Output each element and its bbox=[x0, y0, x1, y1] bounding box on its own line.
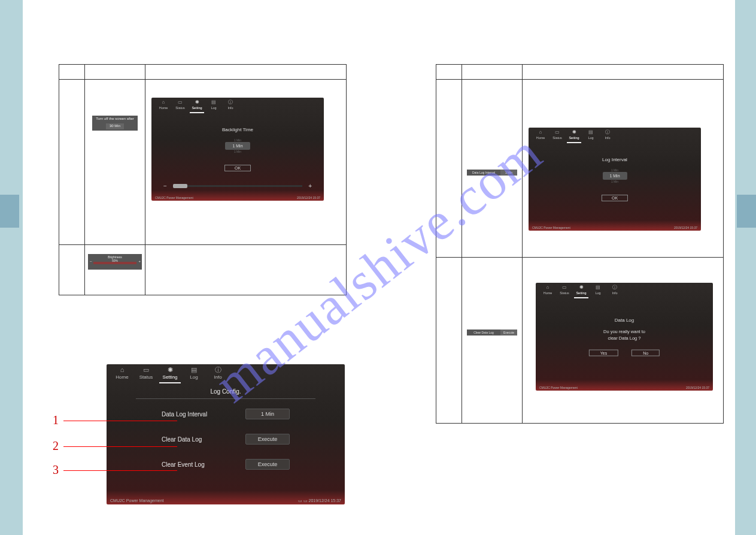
gear-icon: ✺ bbox=[567, 130, 581, 135]
no-button[interactable]: No bbox=[631, 350, 660, 356]
row-clear-event-log: Clear Event Log Execute bbox=[107, 459, 345, 470]
picker-value[interactable]: 1 Min bbox=[602, 172, 627, 180]
callout-1: 1 bbox=[53, 413, 59, 427]
page-left: Turn off the screen after 30 Min ⌂Home ▭… bbox=[23, 0, 379, 535]
nav-info[interactable]: ⓘInfo bbox=[207, 367, 229, 383]
footer-datetime: 2019/12/24 15:37 bbox=[674, 226, 697, 229]
nav-status[interactable]: ▭Status bbox=[173, 100, 187, 113]
footer-product: CMU2C Power Management bbox=[110, 498, 163, 503]
thumb-log-interval-label: Data Log Interval bbox=[467, 170, 500, 176]
row-clear-data-log: Clear Data Log Execute bbox=[107, 434, 345, 445]
log-config-title: Log Config. bbox=[136, 388, 315, 399]
nav-home[interactable]: ⌂Home bbox=[156, 100, 171, 113]
thumb-backlight-label: Turn off the screen after bbox=[94, 117, 136, 122]
dialog-title: Log Interval bbox=[602, 157, 628, 162]
gear-icon: ✺ bbox=[159, 367, 181, 373]
ghost-value-down: 1 Min bbox=[602, 180, 628, 183]
minus-icon[interactable]: − bbox=[163, 183, 167, 189]
dialog-msg-line1: Do you really want to bbox=[603, 329, 645, 334]
footer-datetime: 2019/12/24 15:37 bbox=[686, 386, 709, 389]
status-icon: ▭ bbox=[550, 130, 564, 135]
status-icon: ▭ bbox=[557, 285, 572, 290]
info-icon: ⓘ bbox=[608, 285, 622, 290]
ghost-value-down: 1 Min bbox=[222, 150, 253, 153]
page-nav-next[interactable] bbox=[737, 195, 756, 228]
home-icon: ⌂ bbox=[533, 130, 548, 135]
log-icon: ▤ bbox=[207, 100, 221, 105]
status-icon: ▭ bbox=[173, 100, 187, 105]
thumb-backlight-value: 30 Min bbox=[106, 123, 124, 129]
brightness-slider[interactable]: − + bbox=[163, 183, 312, 190]
footer-product: CMU2C Power Management bbox=[539, 386, 578, 389]
value-data-log-interval[interactable]: 1 Min bbox=[245, 409, 290, 419]
home-icon: ⌂ bbox=[541, 285, 555, 290]
label-clear-data-log: Clear Data Log bbox=[162, 436, 233, 443]
nav-log[interactable]: ▤Log bbox=[207, 100, 221, 113]
gear-icon: ✺ bbox=[574, 285, 588, 290]
nav-setting[interactable]: ✺Setting bbox=[190, 100, 204, 113]
nav-status[interactable]: ▭Status bbox=[557, 285, 572, 298]
home-icon: ⌂ bbox=[156, 100, 171, 105]
home-icon: ⌂ bbox=[111, 367, 133, 373]
label-data-log-interval: Data Log Interval bbox=[162, 411, 233, 418]
thumb-clear-data-log: Clear Data Log Execute bbox=[467, 330, 517, 335]
dialog-title: Data Log bbox=[583, 318, 666, 323]
panel-clear-data-log-confirm: ⌂Home ▭Status ✺Setting ▤Log ⓘInfo Data L… bbox=[536, 283, 713, 391]
footer-product: CMU2C Power Management bbox=[155, 196, 193, 200]
table-left: Turn off the screen after 30 Min ⌂Home ▭… bbox=[59, 64, 347, 295]
nav-log[interactable]: ▤Log bbox=[584, 130, 598, 143]
thumb-clear-data-log-value: Execute bbox=[500, 330, 517, 335]
panel-backlight-time: ⌂Home ▭Status ✺Setting ▤Log ⓘInfo Backli… bbox=[151, 98, 324, 201]
footer-datetime: 2019/12/24 15:37 bbox=[297, 196, 320, 200]
gear-icon: ✺ bbox=[190, 100, 204, 105]
nav-info[interactable]: ⓘInfo bbox=[608, 285, 622, 298]
info-icon: ⓘ bbox=[207, 367, 229, 373]
callout-line-1 bbox=[63, 421, 177, 421]
callout-3: 3 bbox=[53, 463, 59, 477]
nav-setting[interactable]: ✺Setting bbox=[159, 367, 181, 383]
nav-status[interactable]: ▭Status bbox=[135, 367, 157, 383]
callout-line-3 bbox=[63, 470, 177, 471]
log-icon: ▤ bbox=[183, 367, 205, 373]
footer-product: CMU2C Power Management bbox=[532, 226, 570, 229]
nav-setting[interactable]: ✺Setting bbox=[574, 285, 588, 298]
row-data-log-interval: Data Log Interval 1 Min bbox=[107, 409, 345, 419]
thumb-backlight: Turn off the screen after 30 Min bbox=[92, 116, 138, 131]
callout-line-2 bbox=[63, 446, 177, 447]
thumb-brightness-slider: 50% bbox=[93, 262, 136, 264]
ok-button[interactable]: OK bbox=[224, 165, 251, 171]
yes-button[interactable]: Yes bbox=[589, 350, 618, 356]
nav-log[interactable]: ▤Log bbox=[591, 285, 605, 298]
panel-log-interval: ⌂Home ▭Status ✺Setting ▤Log ⓘInfo Log In… bbox=[529, 128, 701, 231]
status-icon: ▭ bbox=[135, 367, 157, 373]
nav-info[interactable]: ⓘInfo bbox=[223, 100, 238, 113]
log-icon: ▤ bbox=[584, 130, 598, 135]
info-icon: ⓘ bbox=[600, 130, 615, 135]
page-right: Data Log Interval 1 Min ⌂Home ▭Status ✺S… bbox=[379, 0, 735, 535]
nav-info[interactable]: ⓘInfo bbox=[600, 130, 615, 143]
ok-button[interactable]: OK bbox=[602, 195, 628, 201]
info-icon: ⓘ bbox=[223, 100, 238, 105]
dialog-title: Backlight Time bbox=[222, 127, 253, 132]
nav-home[interactable]: ⌂Home bbox=[541, 285, 555, 298]
nav-setting[interactable]: ✺Setting bbox=[567, 130, 581, 143]
table-right: Data Log Interval 1 Min ⌂Home ▭Status ✺S… bbox=[436, 64, 724, 424]
nav-status[interactable]: ▭Status bbox=[550, 130, 564, 143]
dialog-msg-line2: clear Data Log ? bbox=[608, 335, 640, 340]
execute-clear-data-log-button[interactable]: Execute bbox=[245, 434, 290, 445]
footer-datetime: ▭ ▭ 2019/12/24 15:37 bbox=[298, 498, 341, 503]
panel-log-config: ⌂Home ▭Status ✺Setting ▤Log ⓘInfo Log Co… bbox=[107, 364, 345, 504]
nav-home[interactable]: ⌂Home bbox=[111, 367, 133, 383]
label-clear-event-log: Clear Event Log bbox=[162, 461, 233, 468]
plus-icon[interactable]: + bbox=[308, 183, 312, 189]
nav-home[interactable]: ⌂Home bbox=[533, 130, 548, 143]
log-icon: ▤ bbox=[591, 285, 605, 290]
thumb-brightness: Brightness 50% bbox=[88, 254, 142, 270]
picker-value[interactable]: 1 Min bbox=[225, 142, 250, 150]
execute-clear-event-log-button[interactable]: Execute bbox=[245, 459, 290, 470]
thumb-clear-data-log-label: Clear Data Log bbox=[467, 330, 500, 335]
page-nav-prev[interactable] bbox=[0, 195, 19, 228]
callout-2: 2 bbox=[53, 439, 59, 453]
nav-log[interactable]: ▤Log bbox=[183, 367, 205, 383]
thumb-log-interval: Data Log Interval 1 Min bbox=[467, 170, 517, 176]
